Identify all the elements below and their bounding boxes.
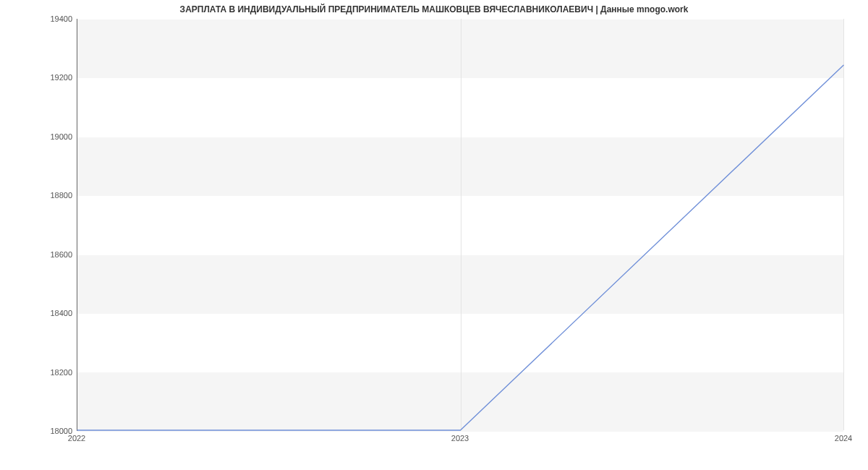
ytick-label: 18400 [29, 309, 72, 317]
ytick-label: 19200 [29, 73, 72, 82]
ytick-label: 18600 [29, 250, 72, 259]
ytick-label: 19400 [29, 14, 72, 23]
chart-container: ЗАРПЛАТА В ИНДИВИДУАЛЬНЫЙ ПРЕДПРИНИМАТЕЛ… [0, 0, 868, 470]
xtick-label: 2024 [835, 434, 852, 443]
ytick-label: 18200 [29, 368, 72, 377]
ytick-label: 18800 [29, 191, 72, 200]
line-series [77, 19, 843, 430]
chart-title: ЗАРПЛАТА В ИНДИВИДУАЛЬНЫЙ ПРЕДПРИНИМАТЕЛ… [0, 4, 868, 14]
xtick-label: 2023 [451, 434, 469, 443]
ytick-label: 19000 [29, 132, 72, 141]
plot-area [77, 19, 843, 431]
gridline-v-2024 [843, 19, 844, 430]
xtick-label: 2022 [68, 434, 85, 443]
ytick-label: 18000 [29, 427, 72, 435]
